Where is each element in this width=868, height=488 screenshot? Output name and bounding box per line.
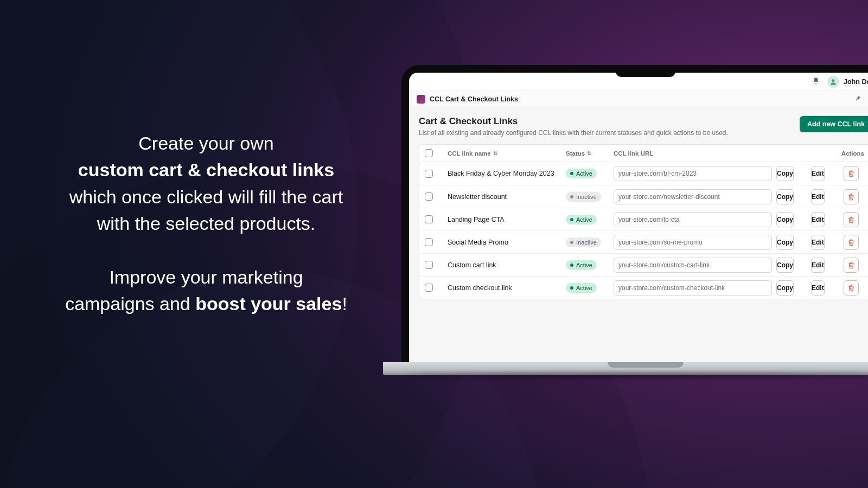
svg-point-0 xyxy=(832,79,835,82)
row-checkbox[interactable] xyxy=(425,284,433,292)
table-row: Landing Page CTAActiveCopyEdit xyxy=(419,208,868,230)
status-label: Active xyxy=(576,285,592,291)
link-url-input[interactable] xyxy=(614,212,772,227)
app-logo-icon xyxy=(417,95,425,104)
link-url-input[interactable] xyxy=(614,280,772,296)
table-row: Black Friday & Cyber Monday 2023ActiveCo… xyxy=(419,162,868,185)
copy-button[interactable]: Copy xyxy=(776,280,794,296)
marketing-line: ! xyxy=(342,293,347,314)
laptop-base xyxy=(383,362,868,375)
edit-button[interactable]: Edit xyxy=(811,166,825,181)
link-name: Landing Page CTA xyxy=(448,216,561,223)
column-header-name[interactable]: CCL link name ⇅ xyxy=(448,150,561,157)
edit-button[interactable]: Edit xyxy=(811,235,825,250)
status-label: Active xyxy=(576,170,592,177)
column-header-status[interactable]: Status ⇅ xyxy=(566,150,609,157)
column-header-url: CCL link URL xyxy=(614,150,772,157)
sort-icon: ⇅ xyxy=(493,150,497,156)
marketing-copy: Create your own custom cart & checkout l… xyxy=(43,130,369,318)
status-badge: Active xyxy=(566,283,597,293)
sort-icon: ⇅ xyxy=(587,150,591,156)
delete-button[interactable] xyxy=(844,258,859,273)
page-title: Cart & Checkout Links xyxy=(419,116,728,127)
table-row: Custom cart linkActiveCopyEdit xyxy=(419,253,868,276)
copy-button[interactable]: Copy xyxy=(776,235,794,250)
user-menu[interactable]: John Doe xyxy=(827,76,868,88)
row-checkbox[interactable] xyxy=(425,261,433,269)
status-badge: Active xyxy=(566,215,597,224)
status-badge: Inactive xyxy=(566,192,601,202)
link-url-input[interactable] xyxy=(614,258,772,273)
status-label: Inactive xyxy=(576,239,597,246)
table-row: Custom checkout linkActiveCopyEdit xyxy=(419,276,868,299)
marketing-line: with the selected products. xyxy=(97,213,316,234)
delete-button[interactable] xyxy=(844,212,859,227)
page-content: Cart & Checkout Links List of all existi… xyxy=(409,107,868,362)
column-header-actions: Actions xyxy=(776,150,866,157)
page-subtitle: List of all existing and already configu… xyxy=(419,129,728,137)
link-name: Custom checkout link xyxy=(448,284,561,292)
column-status-label: Status xyxy=(566,150,585,157)
copy-button[interactable]: Copy xyxy=(776,189,794,204)
status-label: Active xyxy=(576,216,592,223)
marketing-line-strong: custom cart & checkout links xyxy=(78,159,334,180)
link-url-input[interactable] xyxy=(614,166,772,181)
app-screen: John Doe CCL Cart & Checkout Links xyxy=(409,73,868,362)
table-header: CCL link name ⇅ Status ⇅ CCL link URL Ac… xyxy=(419,145,868,162)
edit-button[interactable]: Edit xyxy=(811,212,825,227)
user-name: John Doe xyxy=(844,78,868,86)
notifications-icon[interactable] xyxy=(812,77,820,86)
status-badge: Active xyxy=(566,169,597,178)
app-title: CCL Cart & Checkout Links xyxy=(430,95,518,103)
row-checkbox[interactable] xyxy=(425,170,433,178)
copy-button[interactable]: Copy xyxy=(776,212,794,227)
marketing-line: campaigns and xyxy=(65,293,195,314)
row-checkbox[interactable] xyxy=(425,238,433,246)
row-checkbox[interactable] xyxy=(425,215,433,223)
marketing-line: Improve your marketing xyxy=(109,267,303,287)
add-new-link-button[interactable]: Add new CCL link xyxy=(800,116,868,132)
edit-button[interactable]: Edit xyxy=(811,258,825,273)
status-label: Active xyxy=(576,262,592,268)
table-row: Social Media PromoInactiveCopyEdit xyxy=(419,230,868,253)
link-url-input[interactable] xyxy=(614,235,772,250)
links-table: CCL link name ⇅ Status ⇅ CCL link URL Ac… xyxy=(419,144,868,299)
avatar-icon xyxy=(827,76,839,88)
marketing-line: Create your own xyxy=(138,133,273,153)
row-checkbox[interactable] xyxy=(425,192,433,201)
marketing-line-strong: boost your sales xyxy=(195,293,342,314)
laptop-mockup: John Doe CCL Cart & Checkout Links xyxy=(401,65,868,375)
page-header: Cart & Checkout Links List of all existi… xyxy=(419,116,868,137)
pin-icon[interactable] xyxy=(854,95,861,104)
status-badge: Active xyxy=(566,260,597,270)
link-name: Custom cart link xyxy=(448,261,561,269)
edit-button[interactable]: Edit xyxy=(811,280,825,296)
link-name: Social Media Promo xyxy=(448,239,561,246)
marketing-line: which once clicked will fill the cart xyxy=(69,187,343,207)
copy-button[interactable]: Copy xyxy=(776,166,794,181)
link-name: Black Friday & Cyber Monday 2023 xyxy=(448,170,561,177)
laptop-notch xyxy=(616,65,675,77)
edit-button[interactable]: Edit xyxy=(811,189,825,204)
app-title-bar: CCL Cart & Checkout Links xyxy=(409,91,868,107)
column-name-label: CCL link name xyxy=(448,150,491,157)
status-badge: Inactive xyxy=(566,237,601,247)
delete-button[interactable] xyxy=(844,189,859,204)
copy-button[interactable]: Copy xyxy=(776,258,794,273)
delete-button[interactable] xyxy=(844,280,859,296)
link-name: Newsletter discount xyxy=(448,193,561,201)
delete-button[interactable] xyxy=(844,166,859,181)
table-row: Newsletter discountInactiveCopyEdit xyxy=(419,185,868,208)
delete-button[interactable] xyxy=(844,235,859,250)
link-url-input[interactable] xyxy=(614,189,772,204)
select-all-checkbox[interactable] xyxy=(425,149,433,157)
status-label: Inactive xyxy=(576,194,597,200)
